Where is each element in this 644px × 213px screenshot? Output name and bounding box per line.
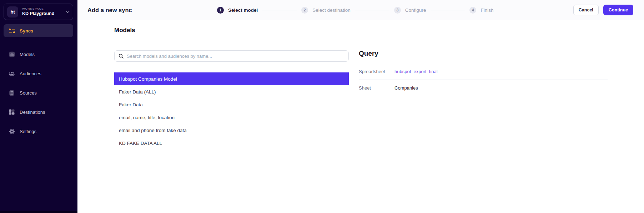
header-actions: Cancel Continue <box>573 5 633 15</box>
wizard-stepper: 1 Select model 2 Select destination 3 Co… <box>217 0 493 20</box>
step-select-destination[interactable]: 2 Select destination <box>301 7 351 14</box>
model-list: Hubspot Companies Model Faker Data (ALL)… <box>114 72 349 149</box>
settings-icon <box>9 128 15 135</box>
sidebar-item-label: Audiences <box>20 71 41 76</box>
model-row-kd-fake-data-all[interactable]: KD FAKE DATA ALL <box>114 137 349 149</box>
sidebar-item-destinations[interactable]: Destinations <box>4 106 73 118</box>
sources-icon <box>9 90 15 96</box>
page-title: Add a new sync <box>87 7 132 14</box>
model-name: Faker Data (ALL) <box>119 89 156 95</box>
step-select-model[interactable]: 1 Select model <box>217 7 258 14</box>
model-name: email, name, title, location <box>119 115 175 120</box>
sidebar-item-label: Syncs <box>20 28 33 34</box>
workspace-selector[interactable]: ht WORKSPACE KD Playground <box>4 4 73 20</box>
main-content: Models Hubspot Companies Model Faker Dat… <box>77 21 644 213</box>
sidebar-nav: Syncs Models Audiences Sources Destinati <box>0 24 77 138</box>
destinations-icon <box>9 109 15 115</box>
query-details: Spreadsheet hubspot_export_final Sheet C… <box>359 65 608 94</box>
search-icon <box>119 54 124 59</box>
sidebar-item-sources[interactable]: Sources <box>4 86 73 99</box>
model-search-box[interactable] <box>114 50 349 62</box>
query-row-spreadsheet: Spreadsheet hubspot_export_final <box>359 65 608 80</box>
step-label: Finish <box>481 7 493 13</box>
sidebar-item-audiences[interactable]: Audiences <box>4 67 73 80</box>
page-header: Add a new sync 1 Select model 2 Select d… <box>77 0 644 20</box>
model-name: email and phone from fake data <box>119 128 187 133</box>
chevron-down-icon <box>66 11 70 13</box>
sidebar-item-syncs[interactable]: Syncs <box>4 24 73 37</box>
cancel-button[interactable]: Cancel <box>573 5 599 15</box>
step-connector <box>262 10 297 10</box>
workspace-label: WORKSPACE <box>22 7 54 10</box>
model-name: Hubspot Companies Model <box>119 76 177 82</box>
models-panel-title: Models <box>114 27 135 34</box>
model-name: Faker Data <box>119 102 143 107</box>
models-icon <box>9 51 15 57</box>
model-row-email-and-phone[interactable]: email and phone from fake data <box>114 124 349 137</box>
sidebar-item-label: Settings <box>20 129 36 134</box>
hightouch-logo: ht <box>7 6 18 17</box>
sheet-value: Companies <box>394 85 418 91</box>
query-row-label: Sheet <box>359 85 394 91</box>
sidebar: ht WORKSPACE KD Playground Syncs Models <box>0 0 77 213</box>
model-name: KD FAKE DATA ALL <box>119 141 162 146</box>
step-number-badge: 3 <box>394 7 401 14</box>
sidebar-item-label: Destinations <box>20 110 45 115</box>
model-search-input[interactable] <box>127 54 344 59</box>
model-row-hubspot-companies[interactable]: Hubspot Companies Model <box>114 72 349 85</box>
model-row-faker-data-all[interactable]: Faker Data (ALL) <box>114 85 349 98</box>
workspace-meta: WORKSPACE KD Playground <box>22 7 54 16</box>
step-number-badge: 2 <box>301 7 308 14</box>
sidebar-item-label: Models <box>20 52 35 57</box>
sidebar-item-label: Sources <box>20 90 37 96</box>
query-panel-title: Query <box>359 50 378 57</box>
step-number-badge: 1 <box>217 7 224 14</box>
model-row-email-name-title-location[interactable]: email, name, title, location <box>114 111 349 124</box>
workspace-name: KD Playground <box>22 11 54 16</box>
sidebar-item-models[interactable]: Models <box>4 48 73 61</box>
query-row-sheet: Sheet Companies <box>359 80 608 94</box>
step-label: Select model <box>228 7 258 13</box>
syncs-icon <box>9 27 15 34</box>
audiences-icon <box>9 70 15 77</box>
step-label: Select destination <box>312 7 351 13</box>
step-connector <box>355 10 389 10</box>
query-row-label: Spreadsheet <box>359 69 394 74</box>
continue-button[interactable]: Continue <box>603 5 633 15</box>
sidebar-item-settings[interactable]: Settings <box>4 125 73 138</box>
step-number-badge: 4 <box>469 7 476 14</box>
step-finish[interactable]: 4 Finish <box>469 7 493 14</box>
step-connector <box>431 10 465 10</box>
model-row-faker-data[interactable]: Faker Data <box>114 98 349 111</box>
spreadsheet-link[interactable]: hubspot_export_final <box>394 69 438 74</box>
step-label: Configure <box>405 7 426 13</box>
step-configure[interactable]: 3 Configure <box>394 7 426 14</box>
